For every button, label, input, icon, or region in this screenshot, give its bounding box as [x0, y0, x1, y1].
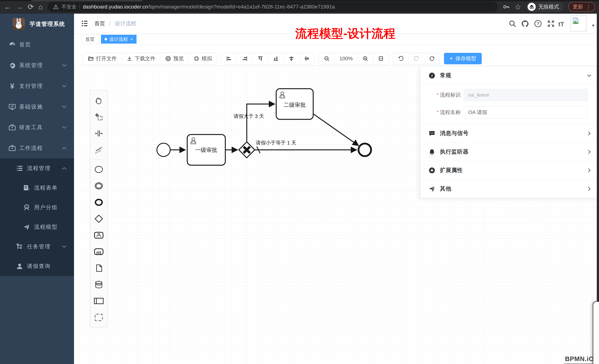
save-model-button[interactable]: + 保存模型: [444, 53, 482, 64]
chevron-up-icon: [62, 147, 67, 150]
redo-button[interactable]: [409, 53, 424, 64]
bpmn-canvas[interactable]: 一级审批 请假大于 3 天 二级审批 请假小于等于 1 天: [74, 66, 599, 364]
sidebar-item-system[interactable]: 系统管理: [0, 55, 74, 76]
user-icon: [16, 262, 23, 270]
browser-reload-icon[interactable]: ⟳: [28, 3, 34, 10]
section-extensions[interactable]: 扩展属性: [420, 161, 599, 180]
restart-button[interactable]: [424, 53, 440, 64]
flow-le-label[interactable]: 请假小于等于 1 天: [256, 140, 296, 146]
sidebar-item-infra[interactable]: 基础设施: [0, 96, 74, 117]
update-label: 更新: [573, 3, 583, 10]
browser-scrollbar-thumb[interactable]: [593, 301, 599, 364]
bookmark-star-icon[interactable]: ☆: [515, 3, 521, 10]
sidebar-item-process-model[interactable]: 流程模型: [0, 217, 74, 237]
breadcrumb-separator: /: [109, 20, 111, 26]
sidebar-item-process-form[interactable]: 流程表单: [0, 178, 74, 198]
font-size-icon[interactable]: tT: [558, 21, 569, 29]
flow-task2-to-end[interactable]: [313, 114, 359, 146]
password-key-icon[interactable]: [502, 3, 510, 10]
sidebar-item-workflow[interactable]: 工作流程: [0, 138, 74, 159]
app-logo-row[interactable]: 芋道管理系统: [0, 14, 74, 34]
process-name-input[interactable]: [464, 106, 588, 119]
chevron-right-icon: [587, 186, 592, 191]
simulate-button[interactable]: 模拟: [188, 53, 217, 64]
end-event-node[interactable]: [359, 144, 371, 156]
bpmn-io-watermark[interactable]: BPMN.iO: [564, 355, 595, 364]
zoom-in-button[interactable]: [358, 53, 373, 64]
align-left-button[interactable]: [221, 53, 237, 64]
required-mark: *: [437, 92, 439, 98]
tab-design[interactable]: 设计流程 ×: [101, 35, 137, 44]
open-file-button[interactable]: 打开文件: [83, 53, 122, 64]
process-name-label: *流程名称: [420, 109, 461, 116]
tab-label: 首页: [85, 36, 95, 42]
fullscreen-icon[interactable]: [547, 20, 555, 28]
flow-gateway-to-task2[interactable]: [247, 104, 275, 142]
sidebar-item-user-group[interactable]: 用户分组: [0, 198, 74, 217]
incognito-icon: [528, 3, 536, 11]
bell-icon: [428, 148, 435, 155]
chevron-down-icon: [62, 64, 67, 67]
svg-text:i: i: [432, 73, 433, 78]
section-listeners[interactable]: 执行监听器: [420, 143, 599, 161]
process-name-row: *流程名称: [420, 106, 599, 119]
tab-close-icon[interactable]: ×: [130, 37, 133, 42]
github-icon[interactable]: [521, 20, 529, 28]
incognito-badge: 无痕模式: [526, 2, 564, 12]
help-icon[interactable]: ?: [534, 20, 542, 28]
sidebar-item-label: 流程模型: [34, 223, 58, 231]
avatar[interactable]: [571, 16, 586, 31]
align-top-button[interactable]: [252, 53, 268, 64]
annotation-title: 流程模型-设计流程: [295, 25, 396, 42]
section-messages[interactable]: 消息与信号: [420, 124, 599, 143]
preview-button[interactable]: 预览: [160, 53, 188, 64]
sidebar-item-devtools[interactable]: 研发工具: [0, 117, 74, 138]
browser-menu-kebab-icon[interactable]: ⋮: [586, 4, 591, 10]
process-key-input[interactable]: [464, 89, 588, 101]
sidebar-fold-icon[interactable]: [81, 20, 88, 27]
align-bottom-button[interactable]: [268, 53, 283, 64]
breadcrumb-home[interactable]: 首页: [94, 20, 105, 26]
align-right-button[interactable]: [237, 53, 252, 64]
browser-back-icon[interactable]: ←: [4, 3, 11, 10]
zoom-level: 100%: [335, 53, 358, 64]
url-host: dashboard.yudao.iocoder.cn: [83, 4, 148, 10]
tab-home[interactable]: 首页: [81, 35, 99, 44]
send-icon: [428, 185, 435, 192]
section-general[interactable]: i 常规: [420, 67, 599, 84]
section-title: 消息与信号: [440, 129, 469, 137]
search-icon[interactable]: [508, 20, 517, 28]
browser-update-button[interactable]: 更新 ⋮: [568, 2, 595, 12]
download-file-button[interactable]: 下载文件: [122, 53, 160, 64]
undo-button[interactable]: [393, 53, 409, 64]
align-vcenter-button[interactable]: [283, 53, 299, 64]
sidebar-item-leave-query[interactable]: 请假查询: [0, 256, 74, 276]
align-top-icon: [257, 56, 263, 61]
zoom-button-group: 100%: [319, 53, 389, 65]
task2-node[interactable]: 二级审批: [276, 89, 313, 119]
flow-gt-label[interactable]: 请假大于 3 天: [233, 113, 264, 119]
button-label: 模拟: [202, 55, 212, 62]
sidebar-item-payment[interactable]: ¥ 支付管理: [0, 76, 74, 96]
avatar-caret-icon[interactable]: ▼: [591, 23, 595, 28]
section-other[interactable]: 其他: [420, 180, 599, 198]
breadcrumb: 首页 / 设计流程: [94, 20, 136, 27]
send-icon: [23, 223, 30, 231]
zoom-reset-icon: [378, 56, 384, 61]
start-event-node[interactable]: [157, 143, 170, 156]
browser-forward-icon[interactable]: →: [16, 3, 23, 10]
task1-node[interactable]: 一级审批: [187, 135, 225, 165]
address-bar[interactable]: 不安全 dashboard.yudao.iocoder.cn/bpm/manag…: [48, 2, 498, 12]
chevron-right-icon: [587, 150, 592, 154]
sidebar-item-label: 基础设施: [19, 103, 43, 110]
browser-home-icon[interactable]: ⌂: [38, 3, 43, 10]
exclusive-gateway-node[interactable]: [239, 142, 255, 158]
align-hcenter-button[interactable]: [299, 53, 315, 64]
zoom-reset-button[interactable]: [373, 53, 389, 64]
chevron-right-icon: [587, 131, 592, 136]
zoom-out-button[interactable]: [319, 53, 335, 64]
sidebar-item-task-manage[interactable]: 任务管理: [0, 237, 74, 256]
sidebar-item-home[interactable]: 首页: [0, 34, 74, 55]
sidebar-item-process-manage[interactable]: 流程管理: [0, 159, 74, 178]
designer-toolbar: 打开文件 下载文件 预览 模拟: [74, 51, 599, 66]
